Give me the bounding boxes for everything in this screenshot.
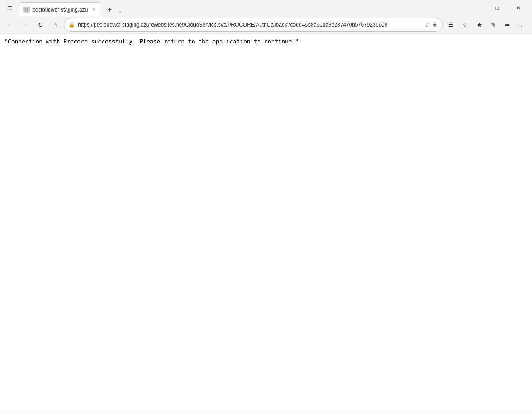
title-bar: ☰ □ pecloudwcf-staging.azu × + ⌄ ─ □ ✕ bbox=[0, 0, 532, 16]
toolbar: ← → ↻ ⌂ 🔒 □ ★ ☰ ☆ ★ ✎ ➦ … bbox=[0, 16, 532, 34]
active-tab[interactable]: □ pecloudwcf-staging.azu × bbox=[19, 2, 101, 16]
forward-button[interactable]: → bbox=[19, 18, 32, 31]
tab-list-button[interactable]: ⌄ bbox=[116, 7, 124, 16]
address-bar[interactable]: 🔒 □ ★ bbox=[64, 18, 443, 32]
minimize-button[interactable]: ─ bbox=[466, 0, 486, 16]
collections-button[interactable]: ☰ bbox=[444, 18, 458, 31]
more-button[interactable]: … bbox=[515, 18, 528, 31]
back-button[interactable]: ← bbox=[4, 18, 17, 31]
sidebar-button[interactable]: ☰ bbox=[4, 1, 17, 15]
page-message: "Connection with Procore successfully. P… bbox=[4, 37, 528, 46]
notes-button[interactable]: ✎ bbox=[487, 18, 500, 31]
page-content: "Connection with Procore successfully. P… bbox=[0, 34, 532, 414]
tab-close-button[interactable]: × bbox=[90, 6, 97, 13]
lock-icon: 🔒 bbox=[69, 22, 75, 28]
reading-view-icon[interactable]: □ bbox=[426, 22, 429, 27]
tab-group: □ pecloudwcf-staging.azu × + ⌄ bbox=[19, 0, 124, 16]
maximize-button[interactable]: □ bbox=[487, 0, 507, 16]
pin-favorites-button[interactable]: ★ bbox=[473, 18, 486, 31]
close-button[interactable]: ✕ bbox=[508, 0, 528, 16]
share-button[interactable]: ➦ bbox=[501, 18, 514, 31]
toolbar-right: ☰ ☆ ★ ✎ ➦ … bbox=[444, 18, 528, 31]
new-tab-button[interactable]: + bbox=[103, 4, 116, 16]
title-bar-left: ☰ □ pecloudwcf-staging.azu × + ⌄ bbox=[4, 0, 124, 16]
refresh-button[interactable]: ↻ bbox=[34, 18, 47, 31]
tab-title: pecloudwcf-staging.azu bbox=[32, 7, 88, 13]
home-button[interactable]: ⌂ bbox=[49, 18, 62, 31]
favorites-button[interactable]: ☆ bbox=[459, 18, 472, 31]
address-input[interactable] bbox=[78, 22, 424, 28]
title-bar-controls: ─ □ ✕ bbox=[466, 0, 528, 16]
favorites-icon[interactable]: ★ bbox=[432, 21, 438, 28]
tab-favicon: □ bbox=[23, 7, 30, 13]
